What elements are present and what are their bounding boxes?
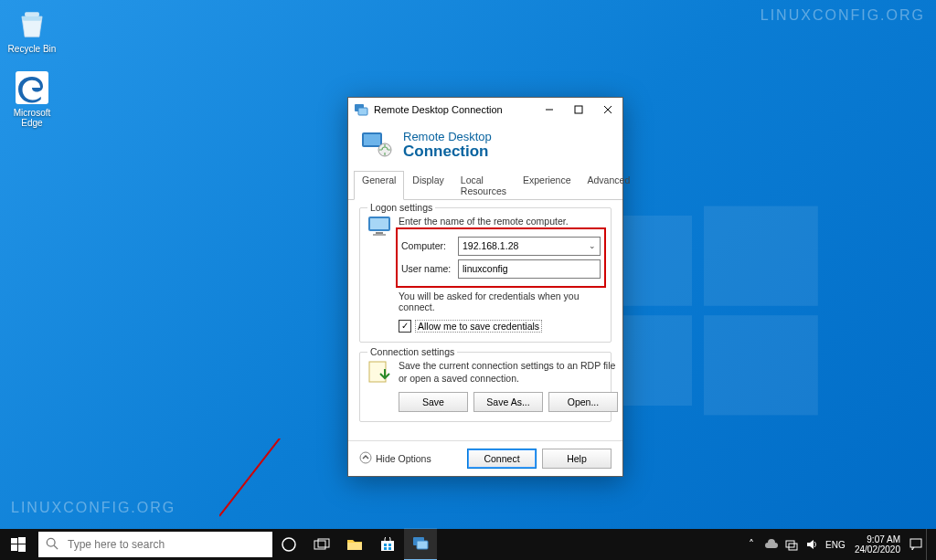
allow-save-label: Allow me to save credentials xyxy=(415,320,542,333)
tray-clock[interactable]: 9:07 AM 24/02/2020 xyxy=(849,534,906,555)
checkbox-icon: ✓ xyxy=(399,320,411,333)
task-view-icon[interactable] xyxy=(305,529,338,560)
logon-instruction: Enter the name of the remote computer. xyxy=(399,216,603,227)
recycle-bin-icon xyxy=(14,5,50,42)
search-input[interactable] xyxy=(66,537,265,552)
tab-local-resources[interactable]: Local Resources xyxy=(452,171,515,200)
close-button[interactable] xyxy=(593,98,622,122)
system-tray: ˄ ENG 9:07 AM 24/02/2020 xyxy=(741,529,936,560)
tray-chevron-up-icon[interactable]: ˄ xyxy=(741,529,761,560)
tray-language[interactable]: ENG xyxy=(822,529,849,560)
svg-rect-19 xyxy=(373,234,386,236)
credential-hint: You will be asked for credentials when y… xyxy=(399,291,603,312)
hide-options-label: Hide Options xyxy=(376,453,431,464)
titlebar[interactable]: Remote Desktop Connection xyxy=(348,98,622,122)
taskbar-app-store[interactable] xyxy=(371,529,404,560)
tray-date: 24/02/2020 xyxy=(855,544,900,555)
conn-group-title: Connection settings xyxy=(367,346,457,357)
tab-display[interactable]: Display xyxy=(404,171,452,200)
svg-rect-35 xyxy=(388,544,391,546)
banner: Remote Desktop Connection xyxy=(348,122,622,170)
monitor-icon xyxy=(367,216,391,238)
rdc-app-icon xyxy=(354,102,368,117)
minimize-button[interactable] xyxy=(535,98,564,122)
svg-line-28 xyxy=(54,545,58,549)
svg-rect-3 xyxy=(704,315,818,415)
save-file-icon xyxy=(367,360,391,384)
taskbar-app-explorer[interactable] xyxy=(338,529,371,560)
help-button[interactable]: Help xyxy=(542,449,612,469)
banner-line2: Connection xyxy=(403,143,492,161)
maximize-button[interactable] xyxy=(564,98,593,122)
rdc-window: Remote Desktop Connection Remote Desktop… xyxy=(347,97,623,477)
edge-icon xyxy=(14,69,50,106)
svg-point-22 xyxy=(360,452,371,463)
tab-experience[interactable]: Experience xyxy=(515,171,580,200)
search-icon xyxy=(46,537,58,552)
tray-onedrive-icon[interactable] xyxy=(761,529,782,560)
save-as-button[interactable]: Save As... xyxy=(473,392,543,412)
desktop-icon-edge[interactable]: Microsoft Edge xyxy=(7,69,57,128)
svg-rect-14 xyxy=(364,134,380,145)
svg-rect-42 xyxy=(910,539,921,547)
logon-settings-group: Logon settings Enter the name of the rem… xyxy=(359,207,612,343)
dialog-footer: Hide Options Connect Help xyxy=(348,440,622,476)
svg-rect-1 xyxy=(704,206,818,306)
open-button[interactable]: Open... xyxy=(548,392,618,412)
svg-rect-32 xyxy=(347,543,362,550)
show-desktop-button[interactable] xyxy=(926,529,932,560)
svg-rect-30 xyxy=(314,541,325,549)
svg-rect-24 xyxy=(18,537,26,544)
computer-value: 192.168.1.28 xyxy=(463,240,518,251)
tab-general[interactable]: General xyxy=(354,171,404,200)
start-button[interactable] xyxy=(0,529,37,560)
svg-rect-23 xyxy=(11,538,17,544)
allow-save-credentials-checkbox[interactable]: ✓ Allow me to save credentials xyxy=(399,320,603,333)
computer-label: Computer: xyxy=(401,240,452,251)
svg-rect-20 xyxy=(369,362,386,382)
desktop-icon-label: Recycle Bin xyxy=(7,44,57,54)
svg-rect-25 xyxy=(11,544,17,551)
taskbar: ˄ ENG 9:07 AM 24/02/2020 xyxy=(0,529,936,560)
desktop: LINUXCONFIG.ORG LINUXCONFIG.ORG Recycle … xyxy=(0,0,936,560)
username-label: User name: xyxy=(401,263,452,274)
tray-time: 9:07 AM xyxy=(855,534,900,544)
svg-rect-31 xyxy=(318,539,329,547)
logon-group-title: Logon settings xyxy=(367,202,435,213)
svg-rect-34 xyxy=(384,544,387,546)
taskbar-app-rdc[interactable] xyxy=(404,528,437,560)
desktop-icon-recycle-bin[interactable]: Recycle Bin xyxy=(7,5,57,54)
username-input[interactable]: linuxconfig xyxy=(458,259,601,279)
svg-rect-17 xyxy=(370,218,388,229)
conn-text: Save the current connection settings to … xyxy=(399,360,618,385)
banner-line1: Remote Desktop xyxy=(403,131,492,143)
rdc-banner-icon xyxy=(361,132,394,159)
hide-options-toggle[interactable]: Hide Options xyxy=(359,451,431,466)
connect-button[interactable]: Connect xyxy=(467,449,537,469)
svg-rect-36 xyxy=(384,547,387,550)
svg-rect-18 xyxy=(376,232,383,234)
cortana-icon[interactable] xyxy=(272,529,305,560)
collapse-up-icon xyxy=(359,451,372,466)
username-value: linuxconfig xyxy=(463,263,508,274)
taskbar-search[interactable] xyxy=(38,532,272,557)
connection-settings-group: Connection settings Save the current con… xyxy=(359,352,612,422)
tray-action-center-icon[interactable] xyxy=(906,529,926,560)
svg-point-29 xyxy=(282,538,295,551)
watermark-top: LINUXCONFIG.ORG xyxy=(760,7,925,24)
svg-point-27 xyxy=(47,538,55,546)
tabstrip: General Display Local Resources Experien… xyxy=(348,170,622,200)
computer-combobox[interactable]: 192.168.1.28 ⌄ xyxy=(458,237,601,256)
save-button[interactable]: Save xyxy=(399,392,468,412)
tray-volume-icon[interactable] xyxy=(802,529,822,560)
watermark-bottom: LINUXCONFIG.ORG xyxy=(11,500,176,516)
desktop-icon-label: Microsoft Edge xyxy=(7,108,57,128)
tray-network-icon[interactable] xyxy=(782,529,802,560)
svg-rect-26 xyxy=(18,544,26,552)
tab-advanced[interactable]: Advanced xyxy=(580,171,639,200)
svg-rect-10 xyxy=(575,106,582,113)
svg-rect-33 xyxy=(381,541,394,551)
svg-rect-37 xyxy=(388,547,391,550)
chevron-down-icon: ⌄ xyxy=(589,241,596,250)
svg-rect-4 xyxy=(25,12,39,16)
